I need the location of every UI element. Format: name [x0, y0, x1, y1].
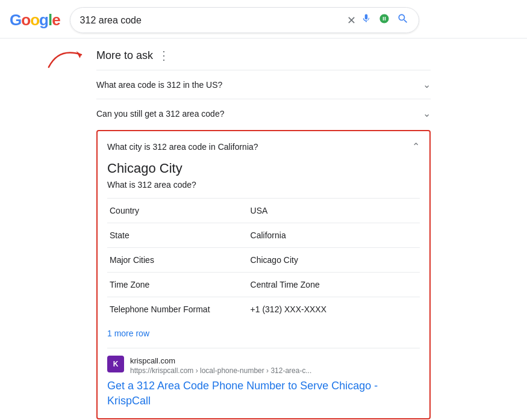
more-to-ask-header: More to ask ⋮ — [96, 48, 431, 63]
source-details: krispcall.com https://krispcall.com › lo… — [130, 356, 311, 375]
arrow-annotation — [42, 42, 90, 72]
more-to-ask-menu-icon[interactable]: ⋮ — [158, 48, 171, 63]
logo-o1: o — [21, 11, 30, 29]
logo-o2: o — [30, 11, 39, 29]
table-label-cities: Major Cities — [107, 248, 248, 273]
source-favicon: K — [107, 356, 124, 372]
source-url: https://krispcall.com › local-phone-numb… — [130, 366, 311, 375]
search-input[interactable] — [80, 15, 342, 26]
table-row: Major Cities Chicago City — [107, 248, 420, 273]
content: More to ask ⋮ What area code is 312 in t… — [0, 39, 527, 420]
faq-question-1: What area code is 312 in the US? — [96, 80, 222, 90]
highlighted-faq[interactable]: What city is 312 area code in California… — [107, 141, 420, 152]
clear-icon[interactable]: ✕ — [347, 14, 356, 27]
highlighted-box: What city is 312 area code in California… — [96, 130, 431, 419]
search-icons-right — [361, 13, 409, 28]
table-row: Telephone Number Format +1 (312) XXX-XXX… — [107, 297, 420, 322]
table-label-state: State — [107, 223, 248, 248]
table-row: State California — [107, 223, 420, 248]
table-label-phone-format: Telephone Number Format — [107, 297, 248, 322]
svg-marker-0 — [76, 51, 81, 58]
lens-icon[interactable] — [379, 13, 390, 27]
faq-item-1[interactable]: What area code is 312 in the US? ⌄ — [96, 70, 431, 99]
google-logo: Google — [10, 11, 60, 29]
table-row: Country USA — [107, 199, 420, 223]
table-row: Time Zone Central Time Zone — [107, 273, 420, 297]
city-title: Chicago City — [107, 161, 420, 176]
logo-g: G — [10, 11, 21, 29]
chevron-down-icon-2: ⌄ — [423, 108, 431, 119]
source-link: K krispcall.com https://krispcall.com › … — [107, 348, 420, 375]
search-icon[interactable] — [397, 13, 409, 28]
table-label-timezone: Time Zone — [107, 273, 248, 297]
table-value-phone-format: +1 (312) XXX-XXXX — [248, 297, 420, 322]
faq-item-2[interactable]: Can you still get a 312 area code? ⌄ — [96, 99, 431, 128]
search-bar[interactable]: ✕ — [70, 7, 419, 33]
logo-e: e — [52, 11, 60, 29]
microphone-icon[interactable] — [361, 13, 372, 27]
header: Google ✕ — [0, 0, 527, 39]
area-code-subtitle: What is 312 area code? — [107, 180, 420, 190]
info-table: Country USA State California Major Citie… — [107, 198, 420, 321]
chevron-up-icon: ⌃ — [412, 141, 420, 152]
chevron-down-icon-1: ⌄ — [423, 79, 431, 90]
highlighted-faq-question: What city is 312 area code in California… — [107, 142, 258, 152]
more-to-ask-title: More to ask — [96, 49, 153, 62]
source-domain: krispcall.com — [130, 356, 175, 365]
faq-question-2: Can you still get a 312 area code? — [96, 109, 224, 119]
more-row-link[interactable]: 1 more row — [107, 329, 420, 338]
source-link-title[interactable]: Get a 312 Area Code Phone Number to Serv… — [107, 378, 420, 409]
table-value-cities: Chicago City — [248, 248, 420, 273]
table-value-state: California — [248, 223, 420, 248]
table-label-country: Country — [107, 199, 248, 223]
table-value-country: USA — [248, 199, 420, 223]
logo-g2: g — [39, 11, 48, 29]
table-value-timezone: Central Time Zone — [248, 273, 420, 297]
